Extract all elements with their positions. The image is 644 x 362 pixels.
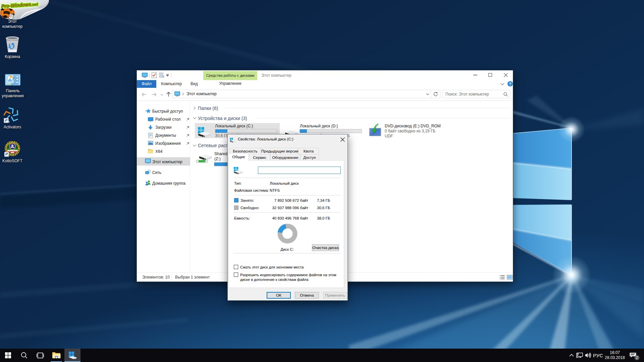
svg-text:2: 2: [636, 356, 638, 360]
svg-text:?: ?: [509, 82, 511, 86]
